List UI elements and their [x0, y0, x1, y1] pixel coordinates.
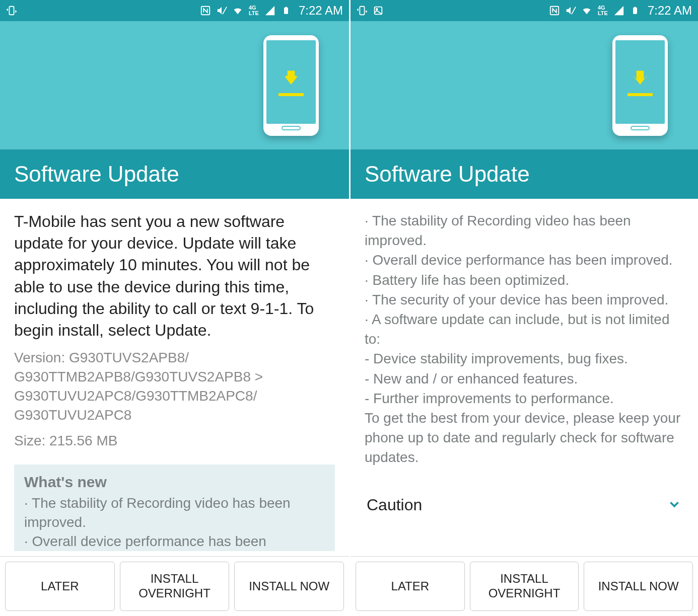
release-notes: · The stability of Recording video has b… — [365, 211, 684, 467]
later-button[interactable]: LATER — [356, 562, 465, 611]
rotation-icon — [357, 5, 368, 16]
download-bar-icon — [627, 93, 653, 96]
phone-illustration — [263, 35, 319, 136]
mute-icon — [565, 5, 576, 16]
whats-new-text: · The stability of Recording video has b… — [24, 494, 325, 551]
svg-rect-0 — [9, 7, 14, 15]
chevron-down-icon — [667, 497, 682, 514]
lte-icon: 4GLTE — [248, 5, 259, 16]
svg-rect-5 — [360, 7, 364, 15]
lte-icon: 4GLTE — [597, 5, 608, 16]
button-bar: LATER INSTALL OVERNIGHT INSTALL NOW — [0, 556, 349, 616]
hero-banner — [351, 21, 698, 149]
status-bar: 4GLTE 7:22 AM — [351, 0, 698, 21]
later-button[interactable]: LATER — [5, 562, 115, 611]
rotation-icon — [6, 5, 17, 16]
download-arrow-icon — [629, 68, 651, 90]
signal-icon — [613, 5, 624, 16]
wifi-icon — [581, 5, 592, 16]
mute-icon — [216, 5, 227, 16]
status-time: 7:22 AM — [648, 4, 692, 18]
content-area[interactable]: T-Mobile has sent you a new software upd… — [0, 199, 349, 556]
svg-point-7 — [376, 9, 378, 10]
battery-icon — [281, 5, 292, 16]
phone-illustration — [612, 35, 668, 136]
signal-icon — [264, 5, 275, 16]
size-text: Size: 215.56 MB — [14, 431, 335, 450]
nfc-icon — [200, 5, 211, 16]
svg-rect-4 — [285, 7, 287, 8]
version-text: Version: G930TUVS2APB8/ G930TTMB2APB8/G9… — [14, 348, 335, 424]
caution-label: Caution — [367, 496, 422, 514]
update-description: T-Mobile has sent you a new software upd… — [14, 211, 335, 341]
install-now-button[interactable]: INSTALL NOW — [234, 562, 344, 611]
button-bar: LATER INSTALL OVERNIGHT INSTALL NOW — [351, 556, 698, 616]
download-bar-icon — [278, 93, 304, 96]
whats-new-box: What's new · The stability of Recording … — [14, 465, 335, 551]
content-area[interactable]: · The stability of Recording video has b… — [351, 199, 698, 556]
status-bar: 4GLTE 7:22 AM — [0, 0, 349, 21]
svg-rect-10 — [633, 8, 637, 14]
hero-banner — [0, 21, 349, 149]
install-overnight-button[interactable]: INSTALL OVERNIGHT — [120, 562, 230, 611]
svg-rect-3 — [284, 8, 288, 14]
install-now-button[interactable]: INSTALL NOW — [584, 562, 693, 611]
download-arrow-icon — [280, 68, 302, 90]
whats-new-title: What's new — [24, 474, 325, 491]
install-overnight-button[interactable]: INSTALL OVERNIGHT — [470, 562, 579, 611]
screenshot-left: 4GLTE 7:22 AM Software Update T-Mobile h… — [0, 0, 349, 616]
wifi-icon — [232, 5, 243, 16]
screenshot-right: 4GLTE 7:22 AM Software Update · The stab… — [349, 0, 698, 616]
nfc-icon — [549, 5, 560, 16]
page-title: Software Update — [351, 149, 698, 199]
svg-line-2 — [223, 7, 227, 15]
svg-line-9 — [572, 7, 576, 15]
caution-expander[interactable]: Caution — [365, 481, 684, 528]
svg-rect-11 — [634, 7, 636, 8]
battery-icon — [630, 5, 641, 16]
screenshot-icon — [373, 5, 384, 16]
status-time: 7:22 AM — [299, 4, 343, 18]
page-title: Software Update — [0, 149, 349, 199]
